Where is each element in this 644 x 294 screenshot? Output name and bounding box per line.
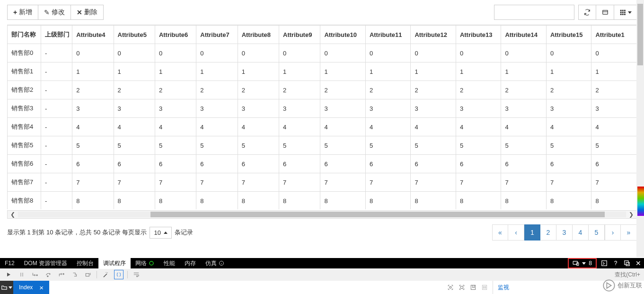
undock-icon[interactable] — [621, 259, 633, 267]
find-placeholder[interactable]: 查找(Ctrl+ — [615, 271, 640, 279]
col-header[interactable]: 部门名称 — [8, 26, 41, 44]
file-tabs-control[interactable] — [0, 281, 13, 294]
break-new-worker-icon[interactable] — [70, 270, 79, 279]
page-size-select[interactable]: 10 — [150, 227, 171, 239]
col-header[interactable]: Attribute14 — [501, 26, 547, 44]
table-row[interactable]: 销售部1-1111111111111 — [8, 62, 637, 81]
col-header[interactable]: Attribute1 — [591, 26, 637, 44]
bracket-icon[interactable] — [114, 270, 124, 279]
table-row[interactable]: 销售部0-0000000000000 — [8, 44, 637, 62]
svg-rect-26 — [86, 274, 89, 276]
cell-attr: 5 — [411, 136, 456, 155]
horizontal-scrollbar[interactable]: ❮ ❯ — [7, 210, 637, 219]
page-number[interactable]: 1 — [524, 224, 540, 241]
col-header[interactable]: Attribute5 — [114, 26, 155, 44]
refresh-button[interactable] — [578, 5, 596, 20]
perf-tab[interactable]: 性能 — [159, 258, 180, 269]
file-tab-index[interactable]: Index × — [13, 281, 49, 294]
page-first[interactable]: « — [492, 224, 508, 241]
table-row[interactable]: 销售部3-3333333333333 — [8, 99, 637, 118]
cell-attr: 3 — [365, 99, 411, 118]
cell-attr: 2 — [196, 81, 238, 99]
svg-rect-31 — [450, 286, 451, 288]
col-header[interactable]: Attribute10 — [320, 26, 366, 44]
table-row[interactable]: 销售部4-4444444444444 — [8, 118, 637, 136]
table-row[interactable]: 销售部7-7777777777777 — [8, 173, 637, 192]
hash-icon[interactable] — [481, 284, 488, 291]
page-last[interactable]: » — [621, 224, 637, 241]
break-exception-icon[interactable] — [83, 270, 93, 279]
delete-button[interactable]: ✕ 删除 — [71, 5, 104, 20]
search-input[interactable] — [494, 5, 574, 20]
f12-tab[interactable]: F12 — [0, 258, 19, 268]
cell-attr: 4 — [411, 118, 456, 136]
memory-tab[interactable]: 内存 — [180, 258, 201, 269]
cell-attr: 7 — [546, 173, 591, 192]
cell-attr: 1 — [591, 62, 637, 81]
collapse-in-icon[interactable] — [447, 284, 454, 291]
edit-button[interactable]: ✎ 修改 — [38, 5, 71, 20]
col-header[interactable]: Attribute4 — [72, 26, 114, 44]
toggle-view-button[interactable] — [596, 5, 614, 20]
continue-icon[interactable] — [4, 270, 13, 279]
page-next[interactable]: › — [605, 224, 621, 241]
table-row[interactable]: 销售部8-8888888888888 — [8, 192, 637, 210]
pause-icon[interactable] — [17, 270, 26, 279]
scroll-track[interactable] — [18, 212, 626, 217]
cell-attr: 4 — [238, 118, 279, 136]
page-prev[interactable]: ‹ — [508, 224, 524, 241]
debugger-tab[interactable]: 调试程序 — [98, 258, 131, 269]
add-button[interactable]: + 新增 — [7, 5, 38, 20]
cell-attr: 4 — [456, 118, 501, 136]
cell-attr: 5 — [279, 136, 320, 155]
cell-attr: 4 — [365, 118, 411, 136]
svg-marker-20 — [7, 273, 10, 276]
page-number[interactable]: 5 — [589, 224, 605, 241]
network-tab[interactable]: 网络 — [131, 258, 159, 269]
vertical-scroll-thumb[interactable] — [637, 4, 643, 65]
col-header[interactable]: Attribute6 — [155, 26, 196, 44]
page-number[interactable]: 3 — [556, 224, 573, 241]
step-over-icon[interactable] — [44, 270, 53, 279]
console-tab[interactable]: 控制台 — [72, 258, 98, 269]
svg-rect-22 — [22, 273, 23, 276]
col-header[interactable]: Attribute13 — [456, 26, 501, 44]
col-header[interactable]: Attribute11 — [365, 26, 411, 44]
col-header[interactable]: Attribute15 — [546, 26, 591, 44]
expand-out-icon[interactable] — [459, 284, 465, 291]
cell-attr: 1 — [114, 62, 155, 81]
step-into-icon[interactable] — [30, 270, 40, 279]
page-number[interactable]: 2 — [540, 224, 556, 241]
word-wrap-icon[interactable] — [132, 270, 141, 279]
cell-attr: 5 — [155, 136, 196, 155]
columns-button[interactable] — [614, 5, 637, 20]
debugger-toolbar: 查找(Ctrl+ — [0, 268, 644, 281]
cell-parent: - — [41, 118, 72, 136]
console-toggle-icon[interactable] — [599, 259, 610, 267]
device-count-box[interactable]: 8 — [568, 258, 597, 268]
close-tab-icon[interactable]: × — [39, 284, 44, 292]
wand-icon[interactable] — [101, 270, 110, 279]
table-row[interactable]: 销售部2-2222222222222 — [8, 81, 637, 99]
col-header[interactable]: 上级部门 — [41, 26, 72, 44]
col-header[interactable]: Attribute12 — [411, 26, 456, 44]
table-row[interactable]: 销售部5-5555555555555 — [8, 136, 637, 155]
emulation-tab[interactable]: 仿真 — [201, 258, 229, 269]
scroll-left-arrow[interactable]: ❮ — [8, 211, 18, 218]
cell-attr: 0 — [365, 44, 411, 62]
close-devtools-icon[interactable]: ✕ — [633, 259, 644, 267]
table-row[interactable]: 销售部6-6666666666666 — [8, 155, 637, 173]
cell-name: 销售部2 — [8, 81, 41, 99]
col-header[interactable]: Attribute9 — [279, 26, 320, 44]
scroll-right-arrow[interactable]: ❯ — [626, 211, 636, 218]
vertical-scrollbar[interactable] — [636, 0, 644, 257]
page-number[interactable]: 4 — [573, 224, 589, 241]
dom-tab[interactable]: DOM 资源管理器 — [19, 258, 72, 269]
col-header[interactable]: Attribute8 — [238, 26, 279, 44]
step-out-icon[interactable] — [57, 270, 66, 279]
cell-attr: 6 — [456, 155, 501, 173]
bookmark-icon[interactable] — [470, 284, 476, 291]
scroll-thumb[interactable] — [150, 212, 605, 217]
col-header[interactable]: Attribute7 — [196, 26, 238, 44]
help-icon[interactable]: ? — [610, 259, 621, 267]
